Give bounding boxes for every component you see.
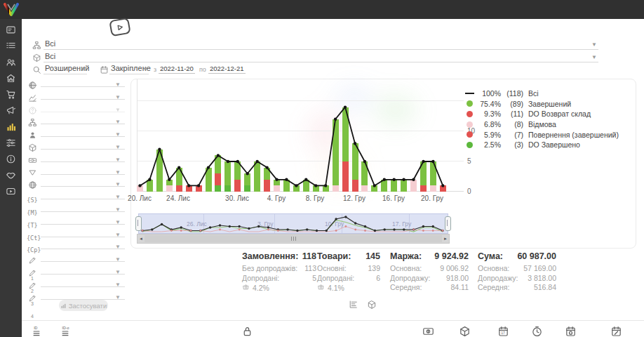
chart-scrollbar[interactable]: ◄ ►	[137, 234, 450, 244]
chevron-down-icon: ▼	[115, 256, 121, 263]
apply-button[interactable]: Застосувати	[59, 300, 108, 311]
basket-icon	[317, 283, 325, 293]
legend-pct: 100%	[477, 89, 501, 98]
product-filter-dropdown[interactable]	[43, 51, 598, 62]
filter-dropdown-0[interactable]	[41, 77, 125, 87]
filter-dropdown-5[interactable]	[41, 140, 125, 150]
calendar-17-icon: 17	[497, 329, 509, 337]
bar-list-toggle[interactable]	[348, 300, 358, 312]
filter-dropdown-7[interactable]	[41, 165, 125, 175]
chevron-down-icon: ▼	[115, 181, 121, 187]
chart-bars-icon	[60, 303, 67, 309]
filter-dropdown-10[interactable]	[41, 202, 125, 212]
app-logo-icon[interactable]	[2, 1, 20, 18]
svg-text:17: 17	[501, 331, 505, 335]
filter-dropdown-17[interactable]	[41, 290, 125, 300]
x-tick-label: 4. Гру	[267, 194, 286, 202]
toolbar-banknote-card-button[interactable]	[422, 324, 434, 337]
tag-s-icon: {S}	[27, 192, 38, 205]
legend-item[interactable]: 2.5% (3) DO Завершено	[464, 140, 619, 150]
y-tick-label: 5	[467, 157, 471, 165]
sidebar-item-list[interactable]	[0, 39, 22, 53]
filter-dropdown-16[interactable]	[41, 277, 125, 287]
chevron-down-icon: ▼	[591, 54, 597, 60]
filter-dropdown-1[interactable]	[41, 90, 125, 100]
sidebar-item-cart[interactable]	[0, 87, 22, 101]
globe-icon	[27, 80, 38, 93]
date-to-field[interactable]: 2022-12-21	[208, 65, 246, 74]
cube-icon	[27, 143, 38, 155]
calendar-icon	[100, 65, 109, 77]
video-icon	[6, 186, 16, 197]
scroll-right-arrow-icon[interactable]: ►	[442, 237, 449, 241]
sidebar-item-sliders[interactable]	[0, 136, 22, 150]
stat-row: Основна:9 006.92	[390, 264, 469, 274]
info-icon	[6, 154, 16, 164]
hierarchy-icon	[32, 40, 41, 53]
stat-row: Допродані:6	[317, 274, 380, 284]
basket-icon	[242, 283, 250, 293]
navigator-left-handle[interactable]	[135, 216, 142, 231]
toolbar-calendar-17-button[interactable]: 17	[497, 324, 509, 337]
legend-item[interactable]: 75.4% (89) Завершений	[464, 99, 619, 110]
filter-dropdown-14[interactable]	[41, 252, 125, 262]
scrollbar-thumb[interactable]	[145, 235, 442, 242]
filter-dropdown-9[interactable]	[41, 190, 125, 199]
navigator-right-handle[interactable]	[445, 216, 451, 231]
chevron-down-icon: ▼	[115, 119, 121, 125]
scroll-left-arrow-icon[interactable]: ◄	[137, 237, 145, 241]
chevron-down-icon: ▼	[80, 66, 86, 72]
department-filter-dropdown[interactable]	[43, 39, 598, 50]
tag-ct-icon: {Ct}	[27, 230, 38, 243]
toolbar-cube-button[interactable]	[459, 324, 471, 337]
filter-dropdown-2[interactable]	[41, 103, 125, 112]
toolbar-calendar-edit-button[interactable]	[610, 324, 622, 337]
legend-item[interactable]: 5.9% (7) Повернення (завершений)	[464, 129, 619, 140]
filter-dropdown-11[interactable]	[41, 215, 125, 225]
stat-row: Допродажу:3 818.00	[478, 274, 556, 284]
legend-item[interactable]: 100% (118) Всі	[464, 88, 619, 99]
toolbar-lock-button[interactable]	[241, 324, 253, 337]
clock-icon	[531, 329, 543, 337]
toolbar-clock-button[interactable]	[531, 324, 543, 337]
sidebar-item-video[interactable]	[0, 184, 22, 198]
stat-column: Маржа:9 924.92Основна:9 006.92Допродажу:…	[390, 251, 469, 293]
chevron-down-icon: ▼	[115, 169, 121, 176]
page: Всі ▼ Всі ▼ Розширений ▼ Закріплене ▼ з …	[0, 0, 644, 337]
banknote-card-icon	[422, 329, 434, 337]
toolbar-id-dash-button[interactable]: ID-o	[61, 324, 73, 337]
chevron-down-icon: ▼	[115, 107, 121, 113]
tag-cp-icon: {Cp}	[27, 242, 38, 255]
sidebar-item-store[interactable]	[0, 71, 22, 85]
stat-column: Замовлення:118Без допродажів:113Допродан…	[242, 251, 316, 293]
legend-item[interactable]: 9.3% (11) DO Возврат склад	[464, 109, 619, 119]
chart-navigator[interactable]: 26. Лис 3. Гру 10. Гру 17. Гру	[138, 213, 448, 234]
sidebar-item-card[interactable]	[0, 22, 22, 37]
cube-toggle[interactable]	[367, 300, 377, 312]
sidebar-item-handshake[interactable]	[0, 168, 22, 182]
filter-dropdown-15[interactable]	[41, 265, 125, 275]
sidebar	[0, 19, 22, 337]
sidebar-item-megaphone[interactable]	[0, 103, 22, 117]
filter-dropdown-8[interactable]	[41, 177, 125, 187]
stat-title: Сума:60 987.00	[478, 251, 556, 261]
svg-text:ID: ID	[34, 326, 37, 330]
legend-item[interactable]: 6.8% (8) Відмова	[464, 119, 619, 130]
toolbar-calendar-sync-button[interactable]	[565, 324, 577, 337]
tutorial-video-button[interactable]	[109, 18, 131, 37]
filter-dropdown-3[interactable]	[41, 114, 125, 124]
legend-pct: 2.5%	[477, 140, 501, 149]
filter-dropdown-13[interactable]	[41, 239, 125, 249]
sidebar-item-chart-bars[interactable]	[0, 119, 22, 133]
sidebar-item-users[interactable]	[0, 55, 22, 69]
toolbar-id-lines-button[interactable]: ID	[32, 324, 44, 337]
date-from-field[interactable]: 2022-11-20	[159, 65, 195, 74]
filter-dropdown-6[interactable]	[41, 152, 125, 162]
person-icon	[27, 130, 38, 143]
stat-row: Основна:57 169.00	[478, 264, 556, 274]
sidebar-item-info[interactable]	[0, 152, 22, 166]
lock-icon	[241, 329, 253, 337]
filter-dropdown-4[interactable]	[41, 127, 125, 137]
chevron-down-icon: ▼	[115, 94, 121, 100]
filter-dropdown-12[interactable]	[41, 227, 125, 237]
